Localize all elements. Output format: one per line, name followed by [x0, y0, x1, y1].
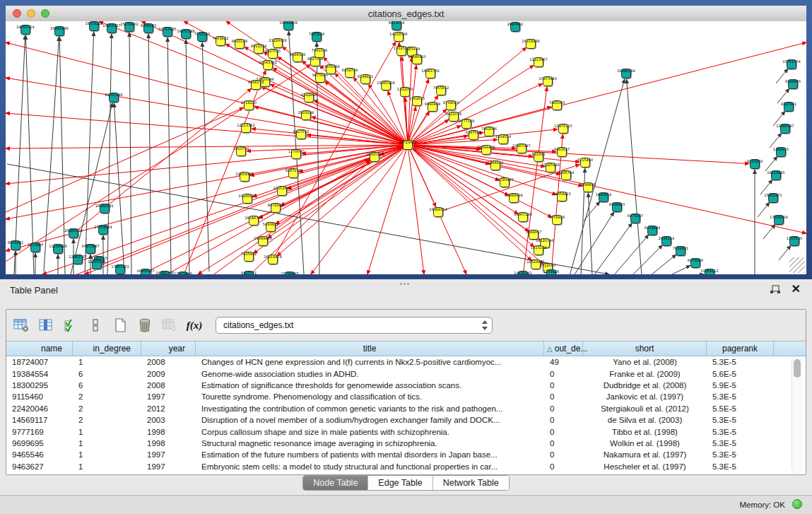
cell-in_degree[interactable]: 2 — [73, 392, 141, 401]
graph-node[interactable]: 1810754 — [233, 146, 249, 156]
graph-node[interactable]: 2687682 — [507, 22, 523, 32]
graph-node[interactable]: 30975887 — [81, 244, 99, 254]
table-row[interactable]: 1872400712008Changes of HCN gene express… — [6, 356, 806, 368]
cell-pagerank[interactable]: 5.3E-5 — [707, 462, 774, 471]
show-column-button[interactable] — [36, 315, 56, 335]
graph-node[interactable]: 1167530 — [787, 236, 802, 246]
graph-node[interactable]: 5493822 — [263, 222, 278, 232]
graph-node[interactable]: 7515520 — [194, 32, 210, 42]
column-header-pagerank[interactable]: pagerank — [707, 341, 774, 356]
tab-node-table[interactable]: Node Table — [303, 476, 368, 490]
graph-node[interactable]: 16033809 — [279, 21, 297, 30]
graph-node[interactable]: 2718120 — [241, 100, 257, 110]
cell-name[interactable]: 19384554 — [6, 370, 73, 378]
table-row[interactable]: 946362711997Embryonic stem cells: a mode… — [6, 461, 806, 472]
graph-node[interactable]: 12213967 — [529, 57, 547, 67]
cell-year[interactable]: 1998 — [141, 439, 196, 448]
graph-node[interactable]: 7832621 — [673, 246, 688, 256]
cell-in_degree[interactable]: 1 — [73, 450, 141, 459]
table-row[interactable]: 1830029562008Estimation of significance … — [6, 380, 806, 391]
cell-year[interactable]: 2008 — [141, 381, 196, 390]
graph-node[interactable]: 12213362 — [237, 123, 254, 133]
graph-node[interactable]: 1244415 — [773, 147, 789, 157]
cell-title[interactable]: Changes of HCN gene expression and I(f) … — [196, 358, 544, 366]
graph-node[interactable]: 9115460 — [577, 158, 593, 168]
tab-network-table[interactable]: Network Table — [433, 476, 509, 490]
graph-node[interactable]: 9227341 — [781, 102, 796, 112]
cell-out_degree[interactable]: 0 — [544, 439, 583, 448]
resize-grip[interactable] — [789, 257, 805, 273]
cell-short[interactable]: Nakamura et al. (1997) — [583, 450, 707, 459]
graph-node[interactable]: 14218506 — [389, 32, 407, 42]
cell-name[interactable]: 9777169 — [6, 428, 73, 436]
column-header-name[interactable]: name — [6, 341, 73, 356]
cell-in_degree[interactable]: 2 — [73, 404, 141, 413]
cell-name[interactable]: 9699695 — [6, 439, 73, 448]
column-header-out_degree[interactable]: △out_de... — [544, 341, 583, 356]
cell-out_degree[interactable]: 0 — [544, 428, 583, 436]
cell-pagerank[interactable]: 5.3E-5 — [707, 416, 774, 424]
column-header-short[interactable]: short — [583, 341, 707, 356]
cell-short[interactable]: Franke et al. (2009) — [583, 370, 707, 378]
cell-out_degree[interactable]: 0 — [544, 416, 583, 424]
tab-edge-table[interactable]: Edge Table — [368, 476, 433, 490]
cell-pagerank[interactable]: 5.3E-5 — [707, 450, 774, 459]
graph-node[interactable]: 9756928 — [549, 215, 565, 225]
graph-node[interactable]: 16671188 — [177, 29, 194, 39]
graph-node[interactable]: 14136141 — [514, 271, 531, 274]
network-canvas[interactable]: 7663822866012889129342322605898275058186… — [6, 21, 806, 274]
cell-year[interactable]: 1998 — [141, 428, 196, 436]
cell-in_degree[interactable]: 1 — [73, 439, 141, 448]
delete-table-button[interactable] — [160, 315, 180, 335]
cell-in_degree[interactable]: 2 — [73, 416, 141, 424]
table-selector-dropdown[interactable]: citations_edges.txt — [216, 317, 493, 334]
graph-node[interactable]: 7462066 — [481, 127, 497, 136]
splitter-handle[interactable] — [399, 282, 409, 286]
table-row[interactable]: 946554611997Estimation of the future num… — [6, 449, 806, 460]
cell-in_degree[interactable]: 1 — [73, 428, 141, 436]
cell-title[interactable]: Disruption of a novel member of a sodium… — [196, 416, 544, 424]
graph-node[interactable]: 16958107 — [136, 269, 154, 274]
graph-node[interactable]: 6879197 — [628, 214, 643, 223]
graph-node[interactable]: 9466160 — [141, 23, 156, 33]
graph-node[interactable]: 16782759 — [155, 271, 173, 274]
graph-node[interactable]: 621605 — [531, 152, 545, 162]
cell-name[interactable]: 18300295 — [6, 381, 73, 390]
table-row[interactable]: 977716911998Corpus callosum shape and si… — [6, 426, 806, 437]
cell-in_degree[interactable]: 1 — [73, 358, 141, 366]
cell-in_degree[interactable]: 6 — [73, 381, 141, 390]
scrollbar-thumb[interactable] — [794, 359, 801, 378]
cell-name[interactable]: 22420046 — [6, 404, 73, 413]
table-row[interactable]: 2242004622012Investigating the contribut… — [6, 403, 806, 414]
cell-year[interactable]: 1997 — [141, 462, 196, 471]
cell-pagerank[interactable]: 5.3E-5 — [707, 392, 774, 401]
graph-node[interactable]: 7857224 — [309, 32, 324, 42]
graph-node[interactable]: 10325438 — [541, 163, 559, 173]
cell-short[interactable]: Hescheler et al. (1997) — [583, 462, 707, 471]
graph-node[interactable]: 2935114 — [659, 236, 674, 246]
graph-node[interactable]: 23226058 — [269, 38, 286, 48]
graph-node[interactable]: 9457771 — [241, 271, 257, 274]
cell-out_degree[interactable]: 0 — [544, 462, 583, 471]
close-panel-icon[interactable]: ✕ — [792, 283, 801, 296]
cell-out_degree[interactable]: 0 — [544, 404, 583, 413]
cell-in_degree[interactable]: 6 — [73, 370, 141, 378]
cell-pagerank[interactable]: 5.5E-5 — [707, 404, 774, 413]
graph-node[interactable]: 7955812 — [433, 86, 449, 95]
graph-node[interactable]: 1024554 — [495, 134, 511, 144]
graph-node[interactable]: 8471626 — [688, 258, 703, 268]
graph-node[interactable]: 9146821 — [358, 74, 373, 84]
graph-node[interactable]: 14099439 — [254, 236, 271, 246]
cell-title[interactable]: Investigating the contribution of common… — [196, 404, 544, 413]
cell-name[interactable]: 9115460 — [6, 392, 73, 401]
column-header-in_degree[interactable]: in_degree — [73, 341, 141, 356]
delete-column-button[interactable] — [135, 315, 155, 335]
select-columns-button[interactable] — [61, 315, 81, 335]
cell-title[interactable]: Genome-wide association studies in ADHD. — [196, 370, 544, 378]
graph-node[interactable]: 10654112 — [700, 269, 718, 274]
graph-node[interactable]: 1170091 — [288, 149, 304, 159]
cell-year[interactable]: 2008 — [141, 358, 196, 366]
graph-node[interactable]: 16154838 — [522, 39, 539, 49]
cell-short[interactable]: Dudbridge et al. (2008) — [583, 381, 707, 390]
graph-node[interactable]: 19384554 — [429, 207, 447, 217]
